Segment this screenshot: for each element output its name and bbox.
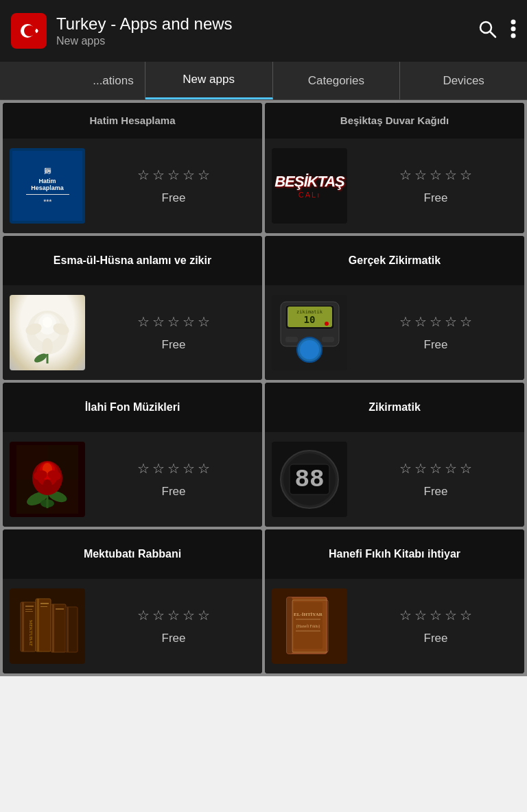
app-icon-ilahi <box>10 442 85 517</box>
svg-rect-52 <box>25 609 32 610</box>
svg-rect-27 <box>285 337 298 342</box>
app-besiktas-rating: ☆ ☆ ☆ ☆ ☆ Free <box>354 167 517 205</box>
svg-rect-60 <box>56 608 64 610</box>
star-1: ☆ <box>399 167 412 183</box>
zikirmatik-price: Free <box>424 485 448 499</box>
app-cards-grid: Esma-ül-Hüsna anlamı ve zikir <box>0 233 527 676</box>
app-card-gercek-zikirmatik[interactable]: Gerçek Zikirmatik zikimatik 10 <box>265 236 524 380</box>
svg-point-7 <box>511 19 516 24</box>
hanefi-stars: ☆ ☆ ☆ ☆ ☆ <box>399 607 472 623</box>
app-card-hatim-partial[interactable]: Hatim Hesaplama ﷽ Hatim Hesaplama ٭٭٭ ☆ <box>3 103 262 233</box>
tab-applications[interactable]: ...ations <box>0 62 145 99</box>
header-subtitle: New apps <box>56 35 478 47</box>
app-zikirmatik-rating: ☆ ☆ ☆ ☆ ☆ Free <box>354 460 517 499</box>
esma-stars: ☆ ☆ ☆ ☆ ☆ <box>137 313 210 330</box>
star-1: ☆ <box>137 167 150 183</box>
svg-point-42 <box>43 479 52 493</box>
ilahi-price: Free <box>162 485 186 499</box>
app-card-zikirmatik-body: 88 ☆ ☆ ☆ ☆ ☆ Free <box>265 432 524 527</box>
tab-devices[interactable]: Devices <box>400 62 527 99</box>
svg-rect-51 <box>25 606 34 607</box>
besiktas-icon-image: BEŞİKTAŞ CALı <box>272 148 347 224</box>
app-card-hatim-body: ﷽ Hatim Hesaplama ٭٭٭ ☆ ☆ ☆ ☆ ☆ Free <box>3 139 262 233</box>
turkey-flag-icon <box>12 14 45 47</box>
svg-text:88: 88 <box>294 466 324 494</box>
hanefi-book-icon: EL-İHTİYAR (Hanefi Fıkhı) <box>279 592 340 660</box>
mektubati-stars: ☆ ☆ ☆ ☆ ☆ <box>137 607 210 623</box>
app-card-esma-header: Esma-ül-Hüsna anlamı ve zikir <box>3 236 262 285</box>
app-icon-hanefi: EL-İHTİYAR (Hanefi Fıkhı) <box>272 588 347 664</box>
hatim-icon-image: ﷽ Hatim Hesaplama ٭٭٭ <box>10 148 85 224</box>
star-3: ☆ <box>167 167 180 183</box>
tab-new-apps-label: New apps <box>183 73 235 86</box>
app-card-gercek-zikirmatik-header: Gerçek Zikirmatik <box>265 236 524 285</box>
search-icon[interactable] <box>478 19 497 43</box>
hatim-stars: ☆ ☆ ☆ ☆ ☆ <box>137 167 210 183</box>
app-card-hanefi[interactable]: Hanefi Fıkıh Kitabı ihtiyar EL-İHTİYAR <box>265 529 524 673</box>
header-text-block: Turkey - Apps and news New apps <box>56 14 478 48</box>
app-icon-besiktas: BEŞİKTAŞ CALı <box>272 148 347 224</box>
app-card-esma[interactable]: Esma-ül-Hüsna anlamı ve zikir <box>3 236 262 380</box>
ilahi-stars: ☆ ☆ ☆ ☆ ☆ <box>137 460 210 477</box>
top-partial-cards: Hatim Hesaplama ﷽ Hatim Hesaplama ٭٭٭ ☆ <box>0 100 527 233</box>
app-icon-zikirmatik: 88 <box>272 442 347 517</box>
app-card-mektubati-title: Mektubatı Rabbani <box>84 547 181 562</box>
app-icon-mektubati: MEKTUBAT <box>10 588 85 664</box>
app-card-besiktas-body: BEŞİKTAŞ CALı ☆ ☆ ☆ ☆ ☆ Free <box>265 139 524 233</box>
app-icon-hatim: ﷽ Hatim Hesaplama ٭٭٭ <box>10 148 85 224</box>
ilahi-rose-icon <box>16 445 78 514</box>
tab-new-apps[interactable]: New apps <box>145 62 273 99</box>
star-2: ☆ <box>152 167 165 183</box>
app-card-ilahi[interactable]: İlahi Fon Müzikleri <box>3 383 262 527</box>
svg-line-6 <box>490 32 495 37</box>
app-card-hanefi-title: Hanefi Fıkıh Kitabı ihtiyar <box>329 547 460 562</box>
star-4: ☆ <box>445 167 457 183</box>
app-card-ilahi-title: İlahi Fon Müzikleri <box>85 401 180 415</box>
hanefi-price: Free <box>424 632 448 645</box>
app-card-zikirmatik[interactable]: Zikirmatik 88 <box>265 383 524 527</box>
header-actions <box>478 19 516 43</box>
svg-point-24 <box>325 322 329 326</box>
app-card-mektubati-header: Mektubatı Rabbani <box>3 529 262 579</box>
svg-point-13 <box>43 317 52 328</box>
star-3: ☆ <box>430 167 442 183</box>
app-card-besiktas-partial[interactable]: Beşiktaş Duvar Kağıdı BEŞİKTAŞ CALı ☆ ☆ <box>265 103 524 233</box>
app-card-hanefi-header: Hanefi Fıkıh Kitabı ihtiyar <box>265 529 524 579</box>
more-options-icon[interactable] <box>511 19 516 43</box>
app-card-hanefi-body: EL-İHTİYAR (Hanefi Fıkhı) ☆ ☆ ☆ ☆ ☆ <box>265 579 524 673</box>
svg-point-9 <box>511 33 516 38</box>
star-2: ☆ <box>414 167 427 183</box>
app-card-hatim-header: Hatim Hesaplama <box>3 103 262 139</box>
app-card-esma-title: Esma-ül-Hüsna anlamı ve zikir <box>54 254 211 268</box>
app-icon-esma <box>10 295 85 370</box>
svg-rect-62 <box>67 607 69 652</box>
svg-text:10: 10 <box>303 314 315 325</box>
svg-text:(Hanefi Fıkhı): (Hanefi Fıkhı) <box>296 624 320 629</box>
app-card-hatim-title: Hatim Hesaplama <box>89 114 175 128</box>
star-5: ☆ <box>460 167 472 183</box>
app-card-mektubati-body: MEKTUBAT ☆ ☆ ☆ ☆ ☆ Free <box>3 579 262 673</box>
counter-device-icon: zikimatik 10 <box>277 298 342 367</box>
svg-rect-57 <box>40 606 47 607</box>
digital-counter-icon: 88 <box>277 445 342 514</box>
app-card-ilahi-body: ☆ ☆ ☆ ☆ ☆ Free <box>3 432 262 527</box>
app-card-zikirmatik-header: Zikirmatik <box>265 383 524 432</box>
mektubati-price: Free <box>162 632 186 645</box>
tab-categories-label: Categories <box>308 74 364 88</box>
app-hatim-rating: ☆ ☆ ☆ ☆ ☆ Free <box>92 167 255 205</box>
app-card-gercek-zikirmatik-body: zikimatik 10 ☆ ☆ <box>265 285 524 380</box>
tab-categories[interactable]: Categories <box>273 62 401 99</box>
star-5: ☆ <box>198 167 210 183</box>
app-ilahi-rating: ☆ ☆ ☆ ☆ ☆ Free <box>92 460 255 499</box>
app-card-besiktas-header: Beşiktaş Duvar Kağıdı <box>265 103 524 139</box>
app-esma-rating: ☆ ☆ ☆ ☆ ☆ Free <box>92 313 255 352</box>
app-card-mektubati[interactable]: Mektubatı Rabbani <box>3 529 262 673</box>
app-card-ilahi-header: İlahi Fon Müzikleri <box>3 383 262 432</box>
app-header: Turkey - Apps and news New apps <box>0 0 527 62</box>
header-title: Turkey - Apps and news <box>56 14 478 34</box>
svg-text:EL-İHTİYAR: EL-İHTİYAR <box>294 612 323 617</box>
gercek-zikirmatik-stars: ☆ ☆ ☆ ☆ ☆ <box>399 313 472 330</box>
svg-rect-56 <box>40 603 49 604</box>
svg-rect-55 <box>37 599 39 652</box>
app-card-gercek-zikirmatik-title: Gerçek Zikirmatik <box>349 254 441 268</box>
